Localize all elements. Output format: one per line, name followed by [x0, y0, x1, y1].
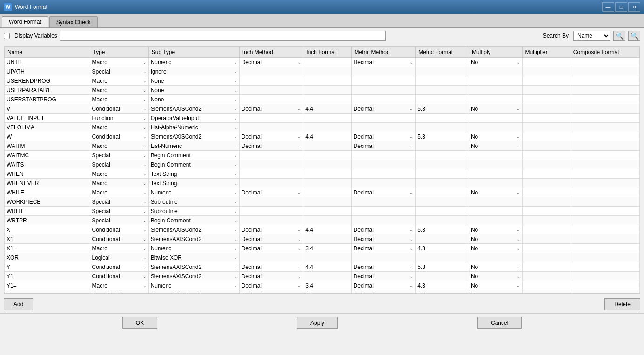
- table-row[interactable]: WHILEMacro⌄Numeric⌄Decimal⌄Decimal⌄No⌄: [5, 188, 640, 197]
- search-button-1[interactable]: 🔍: [613, 31, 625, 41]
- maximize-button[interactable]: □: [615, 2, 627, 12]
- display-variables-checkbox[interactable]: [4, 33, 10, 39]
- table-row[interactable]: VELOLIMAMacro⌄List-Alpha-Numeric⌄: [5, 123, 640, 132]
- table-row[interactable]: Y1=Macro⌄Numeric⌄Decimal⌄3.4Decimal⌄4.3N…: [5, 281, 640, 290]
- col-header-type: Type: [90, 47, 148, 58]
- col-header-metric-format: Metric Format: [416, 47, 469, 58]
- add-delete-row: Add Delete: [0, 295, 644, 313]
- col-header-inch-format: Inch Format: [303, 47, 351, 58]
- cancel-button[interactable]: Cancel: [477, 317, 522, 329]
- table-row[interactable]: UPATHSpecial⌄Ignore⌄: [5, 67, 640, 76]
- titlebar-icon: W: [4, 3, 12, 11]
- table-row[interactable]: WAITMMacro⌄List-Numeric⌄Decimal⌄Decimal⌄…: [5, 141, 640, 151]
- table-row[interactable]: WConditional⌄SiemensAXISCond2⌄Decimal⌄4.…: [5, 132, 640, 141]
- col-header-name: Name: [5, 47, 90, 58]
- delete-button[interactable]: Delete: [604, 298, 640, 310]
- table-row[interactable]: USERSTARTPROGMacro⌄None⌄: [5, 95, 640, 104]
- col-header-composite: Composite Format: [570, 47, 639, 58]
- toolbar: Display Variables Search By Name Type Su…: [0, 28, 644, 44]
- tab-word-format-label: Word Format: [9, 19, 41, 25]
- table-row[interactable]: YConditional⌄SiemensAXISCond2⌄Decimal⌄4.…: [5, 262, 640, 272]
- tab-syntax-check[interactable]: Syntax Check: [49, 16, 98, 27]
- table-row[interactable]: XConditional⌄SiemensAXISCond2⌄Decimal⌄4.…: [5, 225, 640, 234]
- apply-button[interactable]: Apply: [297, 317, 338, 329]
- table-row[interactable]: WHENEVERMacro⌄Text String⌄: [5, 179, 640, 188]
- table-row[interactable]: VALUE_INPUTFunction⌄OperatorValueInput⌄: [5, 114, 640, 123]
- search-by-label: Search By: [543, 33, 569, 39]
- table-row[interactable]: WORKPIECESpecial⌄Subroutine⌄: [5, 197, 640, 207]
- col-header-metric-method: Metric Method: [351, 47, 416, 58]
- col-header-inch-method: Inch Method: [239, 47, 303, 58]
- titlebar-title: Word Format: [15, 4, 602, 10]
- table-row[interactable]: WRTPRSpecial⌄Begin Comment⌄: [5, 216, 640, 225]
- titlebar-controls: — □ ✕: [602, 2, 640, 12]
- table-row[interactable]: X1Conditional⌄SiemensAXISCond2⌄Decimal⌄D…: [5, 234, 640, 244]
- col-header-multiply: Multiply: [469, 47, 522, 58]
- table-row[interactable]: VConditional⌄SiemensAXISCond2⌄Decimal⌄4.…: [5, 104, 640, 114]
- tab-syntax-check-label: Syntax Check: [56, 19, 91, 26]
- table-row[interactable]: UNTILMacro⌄Numeric⌄Decimal⌄Decimal⌄No⌄: [5, 58, 640, 67]
- table-row[interactable]: Y1Conditional⌄SiemensAXISCond2⌄Decimal⌄D…: [5, 272, 640, 281]
- table-row[interactable]: WAITMCSpecial⌄Begin Comment⌄: [5, 151, 640, 160]
- minimize-button[interactable]: —: [602, 2, 614, 12]
- table-row[interactable]: ZConditional⌄SiemensAXISCond2⌄Decimal⌄4.…: [5, 290, 640, 294]
- main-content: Name Type Sub Type Inch Method Inch Form…: [0, 44, 644, 313]
- bottom-row: OK Apply Cancel: [0, 313, 644, 332]
- titlebar: W Word Format — □ ✕: [0, 0, 644, 14]
- table-row[interactable]: USERENDPROGMacro⌄None⌄: [5, 76, 640, 86]
- table-row[interactable]: USERPARATAB1Macro⌄None⌄: [5, 86, 640, 95]
- table-row[interactable]: WAITSSpecial⌄Begin Comment⌄: [5, 160, 640, 169]
- search-by-select[interactable]: Name Type Sub Type: [573, 31, 610, 41]
- ok-button[interactable]: OK: [122, 317, 157, 329]
- search-input[interactable]: [60, 31, 386, 41]
- col-header-subtype: Sub Type: [148, 47, 239, 58]
- table-row[interactable]: WHENMacro⌄Text String⌄: [5, 169, 640, 179]
- close-button[interactable]: ✕: [628, 2, 640, 12]
- table-row[interactable]: XORLogical⌄Bitwise XOR⌄: [5, 253, 640, 262]
- search-button-2[interactable]: 🔍: [628, 31, 640, 41]
- tabbar: Word Format Syntax Check: [0, 14, 644, 28]
- table-row[interactable]: WRITESpecial⌄Subroutine⌄: [5, 207, 640, 216]
- table-row[interactable]: X1=Macro⌄Numeric⌄Decimal⌄3.4Decimal⌄4.3N…: [5, 244, 640, 253]
- display-variables-label: Display Variables: [14, 33, 57, 39]
- add-button[interactable]: Add: [4, 298, 33, 310]
- word-format-table: Name Type Sub Type Inch Method Inch Form…: [4, 47, 640, 294]
- tab-word-format[interactable]: Word Format: [2, 16, 48, 27]
- table-container[interactable]: Name Type Sub Type Inch Method Inch Form…: [4, 46, 640, 294]
- col-header-multiplier: Multiplier: [522, 47, 570, 58]
